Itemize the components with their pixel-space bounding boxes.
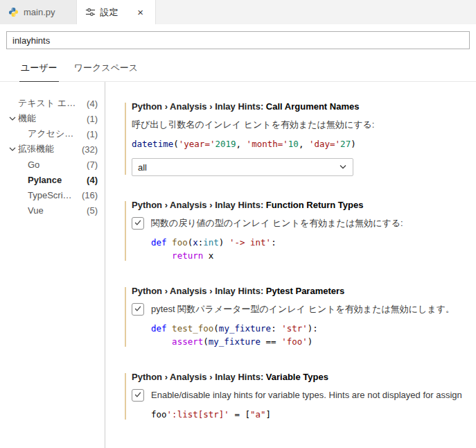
function-return-types-checkbox[interactable] [132, 217, 144, 230]
setting-name: Pytest Parameters [266, 286, 344, 296]
tab-settings[interactable]: 設定 × [77, 0, 156, 24]
code-token: my_fixture [219, 323, 271, 334]
code-token: ): [308, 323, 318, 334]
code-token: ) [351, 139, 356, 149]
setting-description: Enable/disable inlay hints for variable … [151, 388, 476, 402]
code-sample: datetime('year='2019, 'month='10, 'day='… [132, 137, 476, 150]
setting-description: pytest 関数パラメーター型のインレイ ヒントを有効または無効にします。 [151, 302, 476, 316]
setting-category: Python › Analysis › Inlay Hints: [132, 372, 266, 382]
toc-item-extensions[interactable]: 拡張機能 (32) [0, 141, 105, 157]
code-token [167, 323, 173, 334]
checkmark-icon [134, 390, 142, 401]
toc-item-label: 拡張機能 [18, 143, 54, 155]
toc-item-count: (5) [82, 205, 98, 216]
code-sample: def foo(x:int) '-> int': return x [151, 236, 476, 262]
code-token: "a" [250, 409, 266, 420]
toc-item-count: (16) [78, 190, 98, 200]
code-token: def [151, 237, 167, 248]
tab-main-py[interactable]: main.py [0, 0, 77, 24]
code-token: 'str' [281, 323, 308, 334]
code-token: , [299, 139, 309, 149]
code-token: ) [308, 336, 313, 347]
toc-item-count: (4) [82, 98, 98, 109]
setting-variable-types: Python › Analysis › Inlay Hints: Variabl… [125, 372, 476, 421]
toc-item-label: テキスト エ… [18, 97, 76, 110]
code-sample: foo':list[str]' = ["a"] [151, 408, 476, 421]
code-token: 'year=' [179, 139, 215, 149]
settings-list: Python › Analysis › Inlay Hints: Call Ar… [105, 82, 476, 448]
toc-item-vue[interactable]: Vue (5) [0, 203, 105, 218]
python-icon [8, 7, 19, 17]
code-token: datetime [132, 139, 173, 149]
setting-name: Function Return Types [266, 200, 364, 210]
setting-function-return-types: Python › Analysis › Inlay Hints: Functio… [125, 200, 476, 262]
code-token: 27 [340, 139, 351, 149]
settings-body: テキスト エ… (4) 機能 (1) アクセシ… (1) 拡張機能 (32) [0, 82, 476, 448]
code-token: 10 [288, 139, 299, 149]
checkmark-icon [134, 304, 142, 315]
settings-icon [85, 7, 96, 17]
setting-category: Python › Analysis › Inlay Hints: [132, 101, 266, 112]
code-token [151, 250, 172, 261]
code-token: ] [266, 409, 272, 420]
code-token [151, 336, 172, 347]
close-icon[interactable]: × [134, 6, 147, 19]
code-token: return [172, 250, 203, 261]
toc-item-features[interactable]: 機能 (1) [0, 111, 105, 126]
toc-item-count: (1) [82, 129, 98, 139]
setting-category: Python › Analysis › Inlay Hints: [132, 200, 266, 210]
code-token: : [271, 323, 281, 334]
code-token: x [203, 250, 213, 261]
code-token: 'day=' [309, 139, 340, 149]
scope-tab-user[interactable]: ユーザー [19, 60, 59, 82]
setting-description: 呼び出し引数名のインレイ ヒントを有効または無効にする: [132, 118, 476, 131]
toc-item-go[interactable]: Go (7) [0, 157, 105, 172]
code-token: def [151, 323, 167, 334]
variable-types-checkbox[interactable] [132, 389, 144, 402]
toc-item-label: TypeScri… [28, 190, 72, 200]
code-token: foo [151, 409, 167, 420]
toc-item-label: アクセシ… [28, 128, 73, 140]
code-sample: def test_foo(my_fixture: 'str'): assert(… [151, 322, 476, 348]
code-token: = [ [229, 409, 250, 420]
settings-toc: テキスト エ… (4) 機能 (1) アクセシ… (1) 拡張機能 (32) [0, 82, 105, 448]
chevron-down-icon[interactable] [7, 144, 18, 155]
toc-item-count: (32) [78, 144, 98, 155]
chevron-down-icon[interactable] [7, 113, 18, 124]
settings-editor-window: main.py 設定 × ユーザー ワークスペース テキスト [0, 0, 476, 448]
settings-search-bar [0, 24, 476, 55]
setting-title: Python › Analysis › Inlay Hints: Variabl… [132, 372, 476, 382]
setting-title: Python › Analysis › Inlay Hints: Call Ar… [132, 101, 476, 112]
call-argument-names-select[interactable]: all [132, 158, 353, 176]
scope-tabs: ユーザー ワークスペース [0, 55, 476, 82]
toc-item-text-editor[interactable]: テキスト エ… (4) [0, 96, 105, 111]
toc-item-label: Go [28, 160, 39, 170]
code-token: foo [172, 237, 188, 248]
scope-tab-workspace[interactable]: ワークスペース [73, 60, 140, 81]
toc-item-label: Vue [28, 205, 44, 216]
select-value: all [138, 162, 147, 173]
code-token: x [193, 237, 198, 248]
toc-item-count: (7) [82, 160, 98, 170]
toc-item-typescript[interactable]: TypeScri… (16) [0, 187, 105, 203]
code-token: : [271, 237, 276, 248]
chevron-down-icon [337, 161, 349, 174]
toc-item-pylance[interactable]: Pylance (4) [0, 172, 105, 187]
code-token: 'month=' [247, 139, 288, 149]
code-token: ( [213, 323, 219, 334]
setting-pytest-parameters: Python › Analysis › Inlay Hints: Pytest … [125, 286, 476, 348]
code-token: int [203, 237, 219, 248]
toc-item-label: 機能 [18, 112, 36, 125]
code-token: my_fixture [209, 336, 261, 347]
code-token: ( [173, 139, 179, 149]
code-token: '-> int' [229, 237, 271, 248]
settings-search-input[interactable] [6, 31, 470, 49]
tab-label: main.py [24, 7, 55, 17]
code-token: test_foo [172, 323, 213, 334]
code-token: ) [219, 237, 229, 248]
setting-description: 関数の戻り値の型のインレイ ヒントを有効または無効にする: [151, 216, 476, 230]
pytest-parameters-checkbox[interactable] [132, 303, 144, 316]
toc-item-label: Pylance [28, 175, 62, 185]
setting-title: Python › Analysis › Inlay Hints: Pytest … [132, 286, 476, 296]
toc-item-accessibility[interactable]: アクセシ… (1) [0, 126, 105, 141]
